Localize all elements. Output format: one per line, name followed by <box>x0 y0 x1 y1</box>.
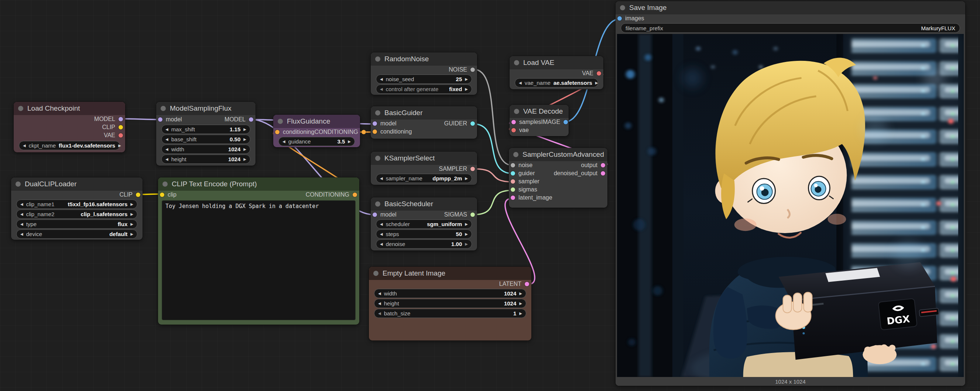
widget-filename-prefix[interactable]: filename_prefix MarkuryFLUX <box>621 23 960 33</box>
increment-arrow-icon[interactable]: ▶ <box>130 222 133 226</box>
increment-arrow-icon[interactable]: ▶ <box>465 233 468 236</box>
output-port-denoised-output[interactable] <box>601 171 605 176</box>
collapse-dot[interactable] <box>161 106 166 111</box>
increment-arrow-icon[interactable]: ▶ <box>243 147 246 151</box>
node-dual-clip-loader[interactable]: DualCLIPLoader CLIP ◀ clip_name1 t5xxl_f… <box>11 177 143 240</box>
increment-arrow-icon[interactable]: ▶ <box>465 87 468 91</box>
output-port-vae[interactable] <box>597 71 601 76</box>
node-empty-latent-image[interactable]: Empty Latent Image LATENT ◀ width 1024 ▶… <box>369 267 531 340</box>
output-port-noise[interactable] <box>471 68 475 72</box>
widget-batch-size[interactable]: ◀ batch_size 1 ▶ <box>374 309 526 318</box>
input-port-samples[interactable] <box>511 120 516 124</box>
node-ksampler-select[interactable]: KSamplerSelect SAMPLER ◀ sampler_name dp… <box>371 152 477 185</box>
decrement-arrow-icon[interactable]: ◀ <box>20 212 23 216</box>
widget-height[interactable]: ◀ height 1024 ▶ <box>374 299 526 308</box>
widget-clip-name1[interactable]: ◀ clip_name1 t5xxl_fp16.safetensors ▶ <box>16 199 137 209</box>
node-header[interactable]: DualCLIPLoader <box>11 177 143 191</box>
decrement-arrow-icon[interactable]: ◀ <box>165 158 169 161</box>
widget-width[interactable]: ◀ width 1024 ▶ <box>374 289 526 298</box>
node-basic-scheduler[interactable]: BasicScheduler model SIGMAS ◀ scheduler … <box>371 197 477 250</box>
node-load-vae[interactable]: Load VAE VAE ◀ vae_name ae.safetensors ▶ <box>509 56 603 89</box>
increment-arrow-icon[interactable]: ▶ <box>465 177 468 180</box>
collapse-dot[interactable] <box>162 182 168 187</box>
node-clip-text-encode[interactable]: CLIP Text Encode (Prompt) clip CONDITION… <box>158 177 359 325</box>
widget-vae-name[interactable]: ◀ vae_name ae.safetensors ▶ <box>515 78 598 87</box>
collapse-dot[interactable] <box>375 156 380 161</box>
node-basic-guider[interactable]: BasicGuider model GUIDER conditioning <box>371 106 477 139</box>
output-port-model[interactable] <box>249 117 253 122</box>
output-port-model[interactable] <box>119 117 123 121</box>
increment-arrow-icon[interactable]: ▶ <box>519 302 522 306</box>
node-header[interactable]: RandomNoise <box>371 52 477 66</box>
output-port-output[interactable] <box>601 163 605 168</box>
node-header[interactable]: CLIP Text Encode (Prompt) <box>158 177 359 191</box>
node-sampler-custom-advanced[interactable]: SamplerCustomAdvanced noise output guide… <box>509 148 608 208</box>
increment-arrow-icon[interactable]: ▶ <box>519 312 522 315</box>
node-header[interactable]: FluxGuidance <box>273 115 360 128</box>
node-flux-guidance[interactable]: FluxGuidance conditioning CONDITIONING ◀… <box>273 115 360 147</box>
input-port-guider[interactable] <box>511 171 515 176</box>
input-port-model[interactable] <box>158 117 162 122</box>
decrement-arrow-icon[interactable]: ◀ <box>380 222 383 226</box>
prompt-textarea[interactable]: Toy Jensen holding a DGX Spark in a data… <box>162 200 356 320</box>
collapse-dot[interactable] <box>514 60 519 65</box>
node-graph-canvas[interactable]: Load Checkpoint MODEL CLIP VAE ◀ ckpt_na… <box>0 0 980 391</box>
decrement-arrow-icon[interactable]: ◀ <box>283 140 285 144</box>
decrement-arrow-icon[interactable]: ◀ <box>20 233 23 236</box>
decrement-arrow-icon[interactable]: ◀ <box>165 128 169 131</box>
increment-arrow-icon[interactable]: ▶ <box>243 128 246 131</box>
widget-steps[interactable]: ◀ steps 50 ▶ <box>376 230 472 239</box>
decrement-arrow-icon[interactable]: ◀ <box>519 81 522 85</box>
decrement-arrow-icon[interactable]: ◀ <box>380 233 383 236</box>
node-header[interactable]: Save Image <box>616 1 965 14</box>
widget-scheduler[interactable]: ◀ scheduler sgm_uniform ▶ <box>376 220 472 229</box>
decrement-arrow-icon[interactable]: ◀ <box>380 177 383 180</box>
input-port-conditioning[interactable] <box>275 130 280 134</box>
node-header[interactable]: SamplerCustomAdvanced <box>509 148 608 161</box>
widget-width[interactable]: ◀ width 1024 ▶ <box>161 145 250 154</box>
collapse-dot[interactable] <box>513 152 519 157</box>
widget-height[interactable]: ◀ height 1024 ▶ <box>161 155 250 164</box>
node-vae-decode[interactable]: VAE Decode samples IMAGE vae <box>509 105 569 136</box>
input-port-model[interactable] <box>372 121 377 126</box>
node-random-noise[interactable]: RandomNoise NOISE ◀ noise_seed 25 ▶ ◀ co… <box>371 52 477 95</box>
widget-noise-seed[interactable]: ◀ noise_seed 25 ▶ <box>376 74 472 84</box>
decrement-arrow-icon[interactable]: ◀ <box>165 147 169 151</box>
node-header[interactable]: Load Checkpoint <box>14 102 125 115</box>
widget-denoise[interactable]: ◀ denoise 1.00 ▶ <box>376 239 472 249</box>
node-header[interactable]: Empty Latent Image <box>369 267 531 280</box>
increment-arrow-icon[interactable]: ▶ <box>465 242 468 246</box>
node-load-checkpoint[interactable]: Load Checkpoint MODEL CLIP VAE ◀ ckpt_na… <box>14 102 125 152</box>
output-port-guider[interactable] <box>471 121 475 126</box>
decrement-arrow-icon[interactable]: ◀ <box>380 78 383 81</box>
output-port-sampler[interactable] <box>471 167 475 171</box>
output-port-sigmas[interactable] <box>471 212 475 217</box>
increment-arrow-icon[interactable]: ▶ <box>130 212 133 216</box>
increment-arrow-icon[interactable]: ▶ <box>595 81 598 85</box>
node-header[interactable]: Load VAE <box>509 56 603 70</box>
input-port-conditioning[interactable] <box>372 130 377 134</box>
increment-arrow-icon[interactable]: ▶ <box>130 203 133 206</box>
collapse-dot[interactable] <box>16 182 21 187</box>
output-port-image[interactable] <box>563 120 568 124</box>
output-port-conditioning[interactable] <box>353 193 357 197</box>
output-port-latent[interactable] <box>525 282 529 286</box>
collapse-dot[interactable] <box>18 106 23 111</box>
decrement-arrow-icon[interactable]: ◀ <box>378 302 381 306</box>
increment-arrow-icon[interactable]: ▶ <box>519 292 522 296</box>
increment-arrow-icon[interactable]: ▶ <box>118 144 121 147</box>
increment-arrow-icon[interactable]: ▶ <box>130 233 133 236</box>
collapse-dot[interactable] <box>373 271 379 276</box>
output-port-vae[interactable] <box>119 133 123 138</box>
node-header[interactable]: ModelSamplingFlux <box>156 102 256 115</box>
decrement-arrow-icon[interactable]: ◀ <box>378 292 381 296</box>
output-port-conditioning[interactable] <box>361 130 366 134</box>
collapse-dot[interactable] <box>375 201 380 207</box>
widget-clip-name2[interactable]: ◀ clip_name2 clip_l.safetensors ▶ <box>16 209 137 219</box>
decrement-arrow-icon[interactable]: ◀ <box>378 312 381 315</box>
node-save-image[interactable]: Save Image images filename_prefix Markur… <box>616 1 965 386</box>
widget-type[interactable]: ◀ type flux ▶ <box>16 220 137 229</box>
input-port-sampler[interactable] <box>511 179 515 184</box>
widget-base-shift[interactable]: ◀ base_shift 0.50 ▶ <box>161 135 250 144</box>
input-port-latent-image[interactable] <box>511 195 515 200</box>
